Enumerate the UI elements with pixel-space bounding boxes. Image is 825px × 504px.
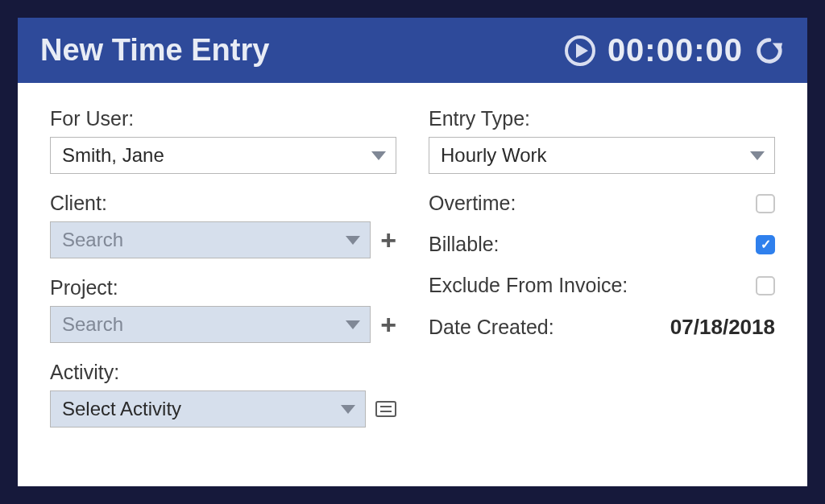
- left-column: For User: Smith, Jane Client: Search +: [50, 107, 396, 462]
- entry-type-dropdown[interactable]: Hourly Work: [429, 137, 775, 174]
- client-placeholder: Search: [62, 229, 123, 251]
- overtime-label: Overtime:: [429, 192, 516, 215]
- date-created-value: 07/18/2018: [670, 315, 775, 340]
- reset-icon[interactable]: [754, 35, 785, 66]
- timer-display: 00:00:00: [607, 32, 743, 68]
- entry-type-label: Entry Type:: [429, 107, 775, 130]
- exclude-checkbox[interactable]: [756, 276, 775, 295]
- add-client-button[interactable]: +: [380, 226, 396, 254]
- billable-row: Billable: ✓: [429, 233, 775, 256]
- overtime-row: Overtime:: [429, 192, 775, 215]
- chevron-down-icon: [750, 151, 765, 160]
- overtime-checkbox[interactable]: [756, 194, 775, 213]
- panel-header: New Time Entry 00:00:00: [18, 18, 807, 83]
- exclude-row: Exclude From Invoice:: [429, 274, 775, 297]
- chevron-down-icon: [346, 320, 360, 329]
- billable-checkbox[interactable]: ✓: [756, 235, 775, 254]
- activity-list-icon[interactable]: [375, 401, 396, 417]
- play-icon[interactable]: [564, 35, 596, 67]
- for-user-field: For User: Smith, Jane: [50, 107, 396, 174]
- chevron-down-icon: [371, 151, 386, 160]
- activity-dropdown[interactable]: Select Activity: [50, 390, 366, 428]
- project-label: Project:: [50, 276, 396, 300]
- client-dropdown[interactable]: Search: [50, 221, 371, 258]
- chevron-down-icon: [341, 405, 355, 414]
- entry-type-value: Hourly Work: [441, 144, 547, 167]
- check-icon: ✓: [761, 238, 771, 251]
- for-user-dropdown[interactable]: Smith, Jane: [50, 137, 396, 174]
- date-created-row: Date Created: 07/18/2018: [429, 315, 775, 340]
- project-field: Project: Search +: [50, 276, 396, 343]
- panel-title: New Time Entry: [40, 33, 269, 68]
- time-entry-panel: New Time Entry 00:00:00 For User: Smith,…: [18, 18, 807, 486]
- form-body: For User: Smith, Jane Client: Search +: [18, 83, 807, 486]
- timer-controls: 00:00:00: [564, 32, 785, 68]
- for-user-value: Smith, Jane: [62, 144, 164, 167]
- project-dropdown[interactable]: Search: [50, 306, 371, 343]
- activity-field: Activity: Select Activity: [50, 361, 396, 428]
- project-placeholder: Search: [62, 313, 123, 336]
- exclude-label: Exclude From Invoice:: [429, 274, 628, 297]
- for-user-label: For User:: [50, 107, 396, 130]
- activity-label: Activity:: [50, 361, 396, 384]
- activity-placeholder: Select Activity: [62, 398, 181, 420]
- chevron-down-icon: [346, 236, 360, 245]
- svg-marker-1: [576, 43, 588, 58]
- client-label: Client:: [50, 192, 396, 215]
- client-field: Client: Search +: [50, 192, 396, 258]
- right-column: Entry Type: Hourly Work Overtime: Billab…: [429, 107, 775, 462]
- add-project-button[interactable]: +: [380, 311, 396, 338]
- billable-label: Billable:: [429, 233, 500, 256]
- entry-type-field: Entry Type: Hourly Work: [429, 107, 775, 174]
- date-created-label: Date Created:: [429, 316, 554, 339]
